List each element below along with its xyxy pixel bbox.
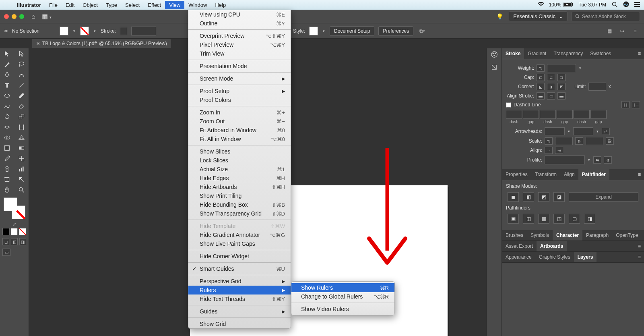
expand-button[interactable]: Expand xyxy=(569,192,638,202)
document-tab[interactable]: ✕ TB Logo & Colors (1).pdf* @ 65.16% (RG… xyxy=(32,39,171,48)
screen-mode-icon[interactable]: ▭ xyxy=(2,249,10,256)
home-icon[interactable]: ⌂ xyxy=(28,13,39,20)
slice-tool[interactable] xyxy=(14,174,29,185)
menu-item-outline[interactable]: Outline⌘Y xyxy=(188,19,291,28)
panel-menu-icon[interactable]: ≡ xyxy=(635,48,644,59)
corner-round[interactable]: ◗ xyxy=(547,83,555,90)
tab-layers[interactable]: Layers xyxy=(574,252,597,262)
draw-inside-icon[interactable]: ◨ xyxy=(19,238,26,245)
pen-tool[interactable] xyxy=(0,69,14,80)
scale-start[interactable] xyxy=(555,137,573,145)
menu-item-hide-artboards[interactable]: Hide Artboards⇧⌘H xyxy=(188,183,291,191)
align-inside[interactable]: ▭ xyxy=(547,92,555,100)
outline-button[interactable]: ▢ xyxy=(569,214,580,224)
menu-item-view-using-cpu[interactable]: View using CPU⌘E xyxy=(188,10,291,19)
fill-drop[interactable]: ▾ xyxy=(72,29,76,33)
close-tab-icon[interactable]: ✕ xyxy=(36,41,40,46)
magic-wand-tool[interactable] xyxy=(0,59,14,69)
submenu-item-change-to-global-rulers[interactable]: Change to Global Rulers⌥⌘R xyxy=(291,292,394,301)
align-arrow-tip[interactable]: → xyxy=(545,147,553,154)
arrow-end[interactable] xyxy=(573,127,593,135)
lasso-tool[interactable] xyxy=(14,59,29,69)
menu-view[interactable]: View xyxy=(165,1,184,9)
align-outside[interactable]: ▬ xyxy=(557,92,566,100)
tab-appearance[interactable]: Appearance xyxy=(502,252,535,262)
fill-stroke-control[interactable] xyxy=(4,197,25,219)
menu-item-zoom-out[interactable]: Zoom Out⌘− xyxy=(188,117,291,126)
cap-round[interactable]: ⊂ xyxy=(547,74,555,81)
tab-artboards[interactable]: Artboards xyxy=(537,241,567,251)
menu-item-fit-all-in-window[interactable]: Fit All in Window⌥⌘0 xyxy=(188,135,291,143)
stroke-weight-field[interactable] xyxy=(131,27,156,35)
column-graph-tool[interactable] xyxy=(14,164,29,174)
tab-brushes[interactable]: Brushes xyxy=(502,230,527,241)
menu-item-perspective-grid[interactable]: Perspective Grid▶ xyxy=(188,277,291,286)
flip-y-icon[interactable]: ⇵ xyxy=(604,156,612,164)
menu-item-actual-size[interactable]: Actual Size⌘1 xyxy=(188,165,291,174)
perspective-grid-tool[interactable] xyxy=(14,132,29,143)
weight-drop[interactable]: ▾ xyxy=(578,66,582,70)
menu-item-hide-text-threads[interactable]: Hide Text Threads⇧⌘Y xyxy=(188,295,291,303)
tab-transform[interactable]: Transform xyxy=(531,169,560,180)
menu-item-lock-slices[interactable]: Lock Slices xyxy=(188,156,291,165)
spotlight-icon[interactable] xyxy=(612,2,617,8)
arrange-icon[interactable]: ▦ ▾ xyxy=(39,12,55,20)
menu-item-hide-gradient-annotator[interactable]: Hide Gradient Annotator⌥⌘G xyxy=(188,230,291,239)
panel-menu-icon[interactable]: ≡ xyxy=(635,241,644,251)
menu-item-trim-view[interactable]: Trim View xyxy=(188,49,291,58)
color-guide-icon[interactable] xyxy=(490,63,499,72)
tab-gradient[interactable]: Gradient xyxy=(524,48,550,59)
menu-item-show-transparency-grid[interactable]: Show Transparency Grid⇧⌘D xyxy=(188,209,291,218)
dash-preserve[interactable]: ┊┊ xyxy=(621,101,630,108)
menu-select[interactable]: Select xyxy=(121,1,144,9)
menu-item-smart-guides[interactable]: ✓Smart Guides⌘U xyxy=(188,264,291,273)
unite-button[interactable]: ◼ xyxy=(508,192,519,202)
curvature-tool[interactable] xyxy=(14,69,29,80)
stroke-weight-stepper[interactable] xyxy=(120,27,127,35)
menu-item-proof-colors[interactable]: Proof Colors xyxy=(188,95,291,104)
symbol-sprayer-tool[interactable] xyxy=(0,164,14,174)
stroke-drop[interactable]: ▾ xyxy=(93,29,97,33)
zoom-window-button[interactable] xyxy=(19,14,24,19)
submenu-item-show-rulers[interactable]: Show Rulers⌘R xyxy=(291,283,394,292)
shape-builder-tool[interactable] xyxy=(0,132,14,143)
menu-help[interactable]: Help xyxy=(211,1,230,9)
menu-item-guides[interactable]: Guides▶ xyxy=(188,307,291,316)
corner-bevel[interactable]: ◤ xyxy=(557,83,566,90)
none-fill-mode[interactable] xyxy=(19,228,26,235)
tab-asset-export[interactable]: Asset Export xyxy=(502,241,537,251)
align-icon[interactable]: ↦ xyxy=(617,27,627,35)
cap-projecting[interactable]: ⊐ xyxy=(557,74,566,81)
color-panel-icon[interactable] xyxy=(490,50,499,59)
align-to-icon[interactable]: ⧉ ▾ xyxy=(417,27,427,35)
menu-item-overprint-preview[interactable]: Overprint Preview⌥⇧⌘Y xyxy=(188,31,291,40)
minus-front-button[interactable]: ◧ xyxy=(523,192,534,202)
style-drop[interactable]: ▾ xyxy=(322,29,326,33)
fill-color[interactable] xyxy=(4,197,17,211)
divide-button[interactable]: ▣ xyxy=(508,214,519,224)
menu-effect[interactable]: Effect xyxy=(144,1,165,9)
artboard-tool[interactable] xyxy=(0,174,14,185)
menu-object[interactable]: Object xyxy=(78,1,102,9)
draw-normal-icon[interactable]: ◻ xyxy=(2,238,9,245)
align-arrow-end[interactable]: ⇥ xyxy=(555,147,563,154)
menu-item-show-grid[interactable]: Show Grid xyxy=(188,319,291,328)
menu-list-icon[interactable] xyxy=(634,2,640,8)
menu-type[interactable]: Type xyxy=(102,1,121,9)
scale-end[interactable] xyxy=(586,137,603,145)
mesh-tool[interactable] xyxy=(0,143,14,153)
menu-item-show-slices[interactable]: Show Slices xyxy=(188,147,291,156)
crop-button[interactable]: ◳ xyxy=(553,214,565,224)
free-transform-tool[interactable] xyxy=(14,122,29,132)
tab-properties[interactable]: Properties xyxy=(502,169,531,180)
minus-back-button[interactable]: ◨ xyxy=(584,214,595,224)
hand-tool[interactable] xyxy=(0,185,14,195)
shaper-tool[interactable] xyxy=(0,101,14,111)
tab-symbols[interactable]: Symbols xyxy=(527,230,553,241)
menu-item-rulers[interactable]: Rulers▶ xyxy=(188,286,291,295)
menu-file[interactable]: File xyxy=(45,1,62,9)
profile-field[interactable] xyxy=(545,156,585,164)
menu-item-zoom-in[interactable]: Zoom In⌘+ xyxy=(188,108,291,117)
gradient-fill-mode[interactable] xyxy=(11,228,18,235)
menu-item-fit-artboard-in-window[interactable]: Fit Artboard in Window⌘0 xyxy=(188,126,291,135)
